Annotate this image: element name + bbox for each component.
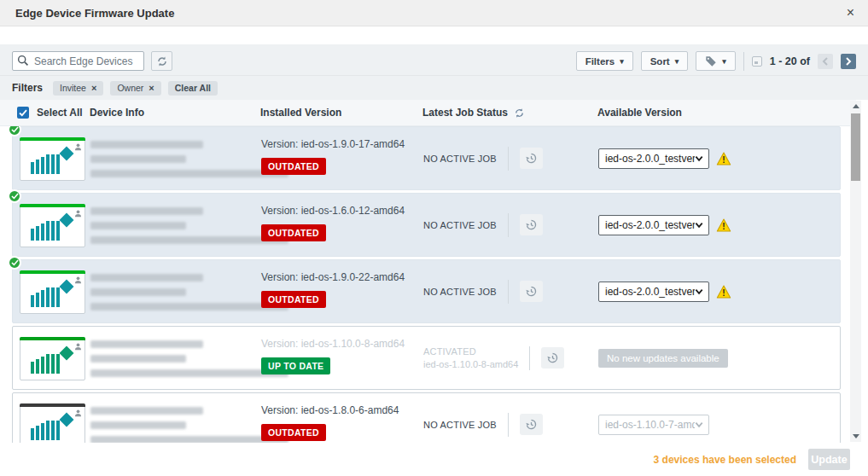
table-header: Select All Device Info Installed Version… [0,100,856,126]
search-box [12,51,144,71]
job-history-button[interactable] [520,281,543,302]
owner-icon [73,342,83,351]
job-status-text: NO ACTIVE JOB [423,220,497,230]
edge-device-logo [31,415,73,440]
installed-version-text: Version: ied-os-1.9.0-17-amd64 [261,138,405,150]
history-icon [525,218,538,231]
history-icon [525,152,538,165]
remove-chip-icon[interactable]: × [91,83,96,93]
dialog-titlebar: Edge Device Firmware Update × [0,0,868,26]
filters-dropdown-button[interactable]: Filters▾ [576,51,633,71]
available-version-cell: ied-os-2.0.0_testversi ! [598,127,731,189]
device-info-redacted [90,207,288,251]
close-icon[interactable]: × [847,4,854,21]
job-status-text-wrap: NO ACTIVE JOB [423,287,497,297]
refresh-status-icon[interactable] [514,107,525,119]
history-icon [546,351,559,364]
header-available-version: Available Version [597,107,682,119]
available-version-select[interactable]: ied-os-2.0.0_testversi [598,282,709,302]
pagination-range: 1 - 20 of [770,55,810,67]
device-row[interactable]: Version: ied-os-1.10.0-8-amd64 UP TO DAT… [12,326,841,390]
refresh-button[interactable] [151,51,172,71]
device-list: Version: ied-os-1.9.0-17-amd64 OUTDATED … [0,126,844,443]
owner-icon [73,409,83,418]
job-status-cell: NO ACTIVE JOB [423,260,543,322]
update-button[interactable]: Update [808,449,850,470]
device-name-redacted [90,340,203,348]
firmware-update-dialog: Edge Device Firmware Update × Filters▾ S… [0,0,868,476]
selection-count-text: 3 devices have been selected [654,454,796,466]
device-card [20,137,85,181]
select-all-checkbox[interactable] [17,107,29,119]
available-version-select[interactable]: ied-os-1.10.0-7-amd6 [598,415,709,435]
check-icon [19,109,27,117]
svg-text:!: ! [722,155,725,165]
device-status-bar [20,137,85,141]
dialog-footer: 3 devices have been selected Update [0,443,868,476]
edge-device-logo [31,148,73,174]
status-divider [508,280,509,304]
filter-chip-owner[interactable]: Owner× [110,81,160,96]
device-name-redacted [90,207,203,215]
sort-dropdown-button[interactable]: Sort▾ [641,51,689,71]
job-history-button[interactable] [520,414,543,435]
owner-icon [73,276,83,285]
status-divider [508,413,509,437]
remove-chip-icon[interactable]: × [149,83,154,93]
vertical-scrollbar[interactable] [850,101,861,442]
device-status-bar [20,403,85,407]
available-version-select[interactable]: ied-os-2.0.0_testversi [598,215,709,235]
device-name-redacted [90,407,203,415]
no-updates-pill: No new updates available [598,349,728,368]
selected-check-icon [8,256,21,270]
job-status-text-wrap: NO ACTIVE JOB [423,220,497,230]
available-version-select[interactable]: ied-os-2.0.0_testversi [598,148,709,169]
owner-icon [73,209,83,218]
toolbar: Filters▾ Sort▾ ▾ 1 - 20 of [0,47,868,75]
sort-button-label: Sort [650,56,670,67]
scroll-up-button[interactable] [850,101,861,112]
filter-chip-invitee[interactable]: Invitee× [53,81,103,96]
job-history-button[interactable] [520,214,543,235]
job-history-button[interactable] [520,148,543,169]
available-version-value: ied-os-1.10.0-7-amd6 [605,419,695,431]
job-history-button[interactable] [541,347,564,369]
scrollbar-thumb[interactable] [851,113,860,181]
device-row[interactable]: Version: ied-os-1.8.0-6-amd64 OUTDATED N… [12,392,841,443]
device-info-redacted [90,274,288,317]
device-row[interactable]: Version: ied-os-1.9.0-22-amd64 OUTDATED … [12,259,841,323]
chevron-down-icon: ▾ [620,57,624,66]
chevron-down-icon [695,222,703,229]
warning-icon: ! [716,152,731,165]
installed-version-text: Version: ied-os-1.8.0-6-amd64 [261,404,399,416]
device-status-bar [20,204,85,207]
device-card [20,204,85,247]
device-type-redacted [90,436,288,443]
available-version-value: ied-os-2.0.0_testversi [605,153,695,165]
scroll-down-button[interactable] [850,431,861,442]
device-type-redacted [90,369,288,377]
installed-version-cell: Version: ied-os-1.9.0-22-amd64 OUTDATED [261,271,405,308]
installed-version-text: Version: ied-os-1.10.0-8-amd64 [261,338,405,350]
chevron-down-icon: ▾ [675,57,679,66]
select-all-label[interactable]: Select All [37,107,83,119]
tag-filter-button[interactable]: ▾ [696,51,736,71]
selected-check-icon [8,126,21,136]
search-input[interactable] [12,51,144,71]
page-icon [752,56,762,67]
header-device-info: Device Info [90,107,144,119]
status-divider [508,147,509,171]
prev-page-button[interactable] [818,54,833,69]
device-id-redacted [90,155,186,163]
device-name-redacted [90,274,203,282]
device-row[interactable]: Version: ied-os-1.6.0-12-amd64 OUTDATED … [12,193,841,257]
device-status-bar [20,270,85,274]
version-status-badge: OUTDATED [261,424,326,441]
job-status-cell: NO ACTIVE JOB [423,127,543,189]
clear-all-filters-button[interactable]: Clear All [168,81,218,96]
job-status-text: NO ACTIVE JOB [423,420,497,430]
toolbar-right: Filters▾ Sort▾ ▾ 1 - 20 of [576,51,856,71]
next-page-button[interactable] [841,54,856,69]
available-version-cell: No new updates available [598,327,728,389]
device-row[interactable]: Version: ied-os-1.9.0-17-amd64 OUTDATED … [12,126,841,190]
